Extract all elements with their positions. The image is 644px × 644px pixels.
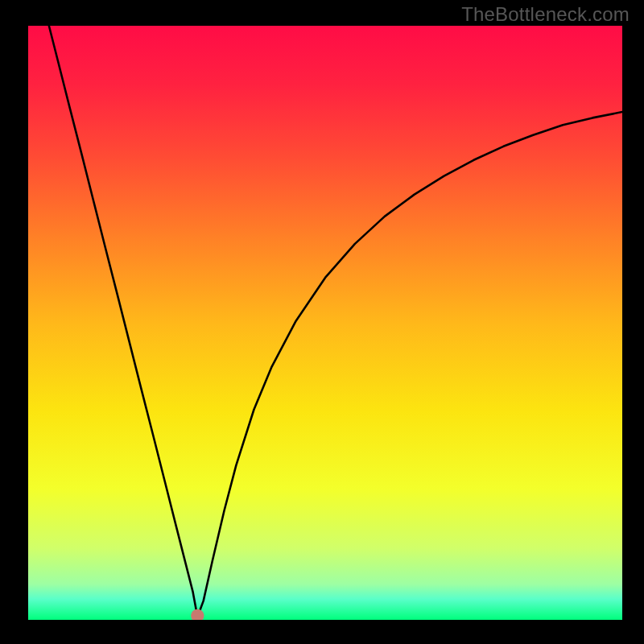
chart-frame: TheBottleneck.com	[0, 0, 644, 644]
chart-canvas	[28, 26, 622, 620]
watermark-text: TheBottleneck.com	[461, 3, 630, 26]
chart-background	[28, 26, 622, 620]
